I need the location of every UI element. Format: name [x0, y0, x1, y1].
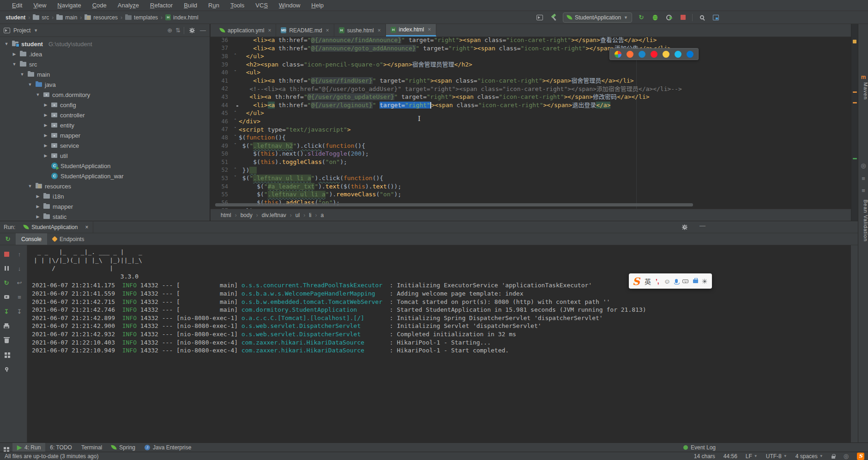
pause-output-icon[interactable]: [2, 264, 11, 272]
search-everywhere-icon[interactable]: [697, 13, 706, 22]
ime-mic-icon[interactable]: [675, 279, 678, 283]
menu-edit[interactable]: Edit: [6, 2, 28, 9]
close-tab-icon[interactable]: ×: [428, 26, 431, 33]
editor-breadcrumb-div.leftnav[interactable]: div.leftnav: [262, 212, 286, 218]
encoding-select[interactable]: UTF-8▼: [766, 453, 787, 460]
rerun-icon[interactable]: ↻: [0, 236, 16, 242]
breadcrumb-item-src[interactable]: src: [33, 14, 49, 21]
editor-breadcrumb-html[interactable]: html: [221, 212, 231, 218]
fold-marker-icon[interactable]: ˆ: [232, 119, 239, 124]
menu-navigate[interactable]: Navigate: [52, 2, 86, 9]
hector-inspections-icon[interactable]: ◎: [844, 453, 849, 459]
print-icon[interactable]: [2, 321, 11, 330]
build-hammer-icon[interactable]: [549, 13, 558, 22]
structure-icon[interactable]: ≡: [858, 176, 868, 182]
hide-run-panel-icon[interactable]: ―: [699, 223, 705, 232]
chevron-down-icon[interactable]: ▼: [27, 82, 33, 87]
opera-icon[interactable]: [651, 51, 657, 58]
tree-item-controller[interactable]: ▶controller: [0, 110, 210, 120]
menu-vcs[interactable]: VCS: [250, 2, 273, 9]
tree-item-mapper[interactable]: ▶mapper: [0, 130, 210, 140]
chevron-down-icon[interactable]: ▼: [34, 28, 38, 33]
close-tab-icon[interactable]: ×: [326, 27, 329, 34]
fold-marker-icon[interactable]: ˇ: [232, 176, 239, 181]
stop-icon[interactable]: [2, 250, 11, 258]
chevron-right-icon[interactable]: ▶: [43, 143, 48, 148]
hide-panel-icon[interactable]: ―: [200, 27, 206, 33]
scroll-to-end-icon[interactable]: ↧: [15, 307, 24, 315]
fold-marker-icon[interactable]: ˆ: [232, 54, 239, 59]
breadcrumb-item-resources[interactable]: resources: [84, 14, 118, 21]
menu-analyze[interactable]: Analyze: [112, 2, 145, 9]
inspections-status-square[interactable]: [853, 40, 856, 43]
menu-build[interactable]: Build: [178, 2, 203, 9]
indent-icon[interactable]: ≡: [15, 293, 24, 301]
close-icon[interactable]: ×: [80, 221, 93, 233]
menu-code[interactable]: Code: [87, 2, 112, 9]
chevron-down-icon[interactable]: ▼: [19, 72, 25, 77]
restore-layout-icon[interactable]: [711, 13, 720, 22]
chevron-right-icon[interactable]: ▶: [35, 204, 41, 209]
sogou-logo-icon[interactable]: S: [633, 276, 640, 286]
use-soft-wraps-icon[interactable]: ↩: [15, 278, 24, 287]
indent-select[interactable]: 4 spaces▼: [796, 453, 823, 460]
stop-button[interactable]: [678, 13, 687, 22]
tree-item-static[interactable]: ▶static: [0, 212, 210, 221]
dump-threads-icon[interactable]: ↧: [2, 307, 11, 315]
console-output[interactable]: _ _ |_ _ _|_. ___ _ | _ | | |\/|_)(_| | …: [27, 245, 851, 442]
panel-settings-icon[interactable]: [187, 26, 197, 35]
chevron-right-icon[interactable]: ▶: [43, 113, 48, 117]
tree-item-.idea[interactable]: ▶.idea: [0, 49, 210, 59]
run-with-coverage-button[interactable]: [664, 13, 674, 22]
chevron-down-icon[interactable]: ▼: [27, 184, 33, 188]
chevron-right-icon[interactable]: ▶: [35, 214, 41, 219]
tree-item-i18n[interactable]: ▶i18n: [0, 191, 210, 201]
chevron-down-icon[interactable]: ▼: [12, 62, 17, 67]
project-panel-title[interactable]: Project: [13, 27, 30, 34]
breadcrumb-item-index.html[interactable]: Hindex.html: [165, 14, 199, 21]
run-panel-settings-icon[interactable]: [680, 223, 689, 232]
menu-view[interactable]: View: [28, 2, 52, 9]
toolwindow-button-Spring[interactable]: Spring: [107, 443, 140, 452]
toolwindow-maven[interactable]: Maven: [858, 82, 868, 100]
chevron-right-icon[interactable]: ▶: [35, 194, 41, 199]
chevron-right-icon[interactable]: ▶: [43, 103, 48, 107]
profiler-icon[interactable]: [2, 293, 11, 301]
toolwindow-stripe-icon[interactable]: [4, 444, 8, 451]
restart-icon[interactable]: ↻: [2, 278, 11, 287]
pin-icon[interactable]: [2, 364, 11, 373]
up-stack-trace-icon[interactable]: ↑: [15, 250, 24, 258]
ime-punctuation-indicator[interactable]: ’,: [656, 278, 659, 285]
editor-tab-application.yml[interactable]: application.yml×: [215, 24, 276, 36]
tree-item-StudentApplication_war[interactable]: CStudentApplication_war: [0, 171, 210, 181]
menu-refactor[interactable]: Refactor: [145, 2, 178, 9]
breadcrumb-item-student[interactable]: student: [6, 14, 25, 21]
fold-marker-icon[interactable]: ˆ: [232, 111, 239, 116]
warning-mark[interactable]: [853, 91, 857, 93]
menu-tools[interactable]: Tools: [225, 2, 250, 9]
toolwindow-button-Terminal[interactable]: Terminal: [77, 443, 107, 452]
tree-item-student[interactable]: ▼studentG:\study\student: [0, 39, 210, 49]
menu-help[interactable]: Help: [306, 2, 329, 9]
run-button[interactable]: ↻: [637, 13, 646, 22]
chevron-right-icon[interactable]: ▶: [43, 153, 48, 158]
chevron-right-icon[interactable]: ▶: [43, 133, 48, 138]
tree-item-config[interactable]: ▶config: [0, 100, 210, 110]
warning-mark[interactable]: [853, 102, 857, 103]
close-tab-icon[interactable]: ×: [378, 27, 381, 34]
menu-run[interactable]: Run: [203, 2, 225, 9]
tree-item-java[interactable]: ▼java: [0, 79, 210, 90]
editor-breadcrumb-li[interactable]: li: [309, 212, 311, 218]
tree-item-resources[interactable]: ▼resources: [0, 181, 210, 191]
firefox-icon[interactable]: [627, 51, 633, 58]
tab-endpoints[interactable]: Endpoints: [47, 233, 90, 245]
fold-marker-icon[interactable]: ˇ: [232, 135, 239, 140]
run-content-tab[interactable]: StudentApplication ×: [20, 221, 97, 233]
tree-item-util[interactable]: ▶util: [0, 151, 210, 161]
safari-icon[interactable]: [639, 51, 645, 58]
chevron-right-icon[interactable]: ▶: [43, 123, 48, 127]
breadcrumb-item-templates[interactable]: templates: [125, 14, 158, 21]
editor-tab-README.md[interactable]: MDREADME.md×: [276, 24, 334, 36]
error-stripe[interactable]: [851, 24, 858, 221]
chevron-down-icon[interactable]: ▼: [35, 92, 41, 97]
